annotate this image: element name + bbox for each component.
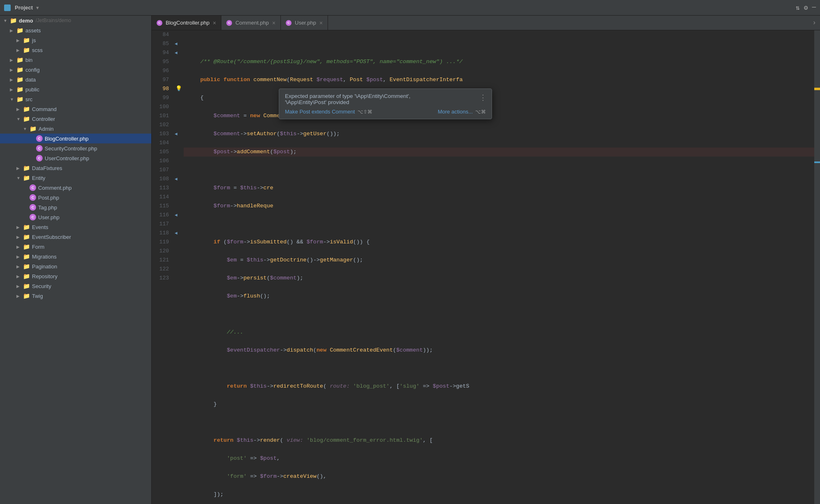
- sidebar-item-admin[interactable]: ▼ 📁 Admin: [0, 124, 151, 134]
- admin-arrow: ▼: [23, 127, 30, 131]
- indicator-info-line: [814, 161, 820, 163]
- main-layout: ▼ 📁 demo /JetBrains/demo ▶ 📁 assets ▶ 📁 …: [0, 16, 820, 504]
- code-line-103: if ($form->isSubmitted() && $form->isVal…: [184, 238, 814, 247]
- sidebar-item-commentfile[interactable]: C Comment.php: [0, 183, 151, 193]
- tooltip-action-link[interactable]: Make Post extends Comment: [285, 109, 355, 115]
- gutter-fold-108[interactable]: ◀: [175, 175, 178, 184]
- gutter-warning-98: 💡: [175, 84, 182, 93]
- sidebar-item-controller[interactable]: ▼ 📁 Controller: [0, 114, 151, 124]
- sidebar-item-entity[interactable]: ▼ 📁 Entity: [0, 173, 151, 183]
- tab-comment-close[interactable]: ×: [272, 20, 276, 26]
- code-line-116: }: [184, 400, 814, 409]
- code-line-121: ]);: [184, 490, 814, 499]
- public-folder-icon: 📁: [16, 86, 24, 93]
- sidebar-item-postfile[interactable]: C Post.php: [0, 193, 151, 202]
- tab-scroll-right[interactable]: ›: [809, 16, 820, 30]
- sidebar-item-pagination[interactable]: ▶ 📁 Pagination: [0, 261, 151, 271]
- migrations-arrow: ▶: [16, 254, 23, 259]
- sidebar-item-usercontroller[interactable]: C UserController.php: [0, 153, 151, 163]
- tab-comment[interactable]: C Comment.php ×: [221, 16, 281, 30]
- securitycontroller-file-icon: C: [36, 145, 43, 152]
- datafixtures-arrow: ▶: [16, 166, 23, 170]
- tooltip-more-link[interactable]: More actions...: [438, 109, 473, 115]
- security-folder-icon: 📁: [23, 283, 30, 289]
- title-bar-left: Project ▼: [4, 5, 40, 11]
- userfile-label: User.php: [38, 214, 59, 220]
- minimize-icon[interactable]: —: [812, 4, 816, 12]
- tab-blogcontroller-label: BlogController.php: [166, 20, 210, 26]
- sidebar-root-label: demo: [19, 18, 33, 24]
- sidebar-item-migrations[interactable]: ▶ 📁 Migrations: [0, 252, 151, 261]
- securitycontroller-label: SecurityController.php: [45, 145, 97, 152]
- gutter-fold-85[interactable]: ◀: [175, 39, 178, 48]
- line-numbers: 84 85 94 95 96 97 98 99 100 101 102 103 …: [152, 30, 174, 504]
- sidebar: ▼ 📁 demo /JetBrains/demo ▶ 📁 assets ▶ 📁 …: [0, 16, 152, 504]
- js-folder-icon: 📁: [23, 37, 30, 43]
- sidebar-item-blogcontroller[interactable]: C BlogController.php: [0, 134, 151, 143]
- src-label: src: [25, 96, 32, 102]
- tab-user-close[interactable]: ×: [319, 20, 323, 26]
- src-folder-icon: 📁: [16, 96, 24, 102]
- security-arrow: ▶: [16, 284, 23, 288]
- eventsubscriber-arrow: ▶: [16, 235, 23, 239]
- sidebar-item-events[interactable]: ▶ 📁 Events: [0, 222, 151, 232]
- tooltip-menu-dots[interactable]: ⋮: [479, 93, 487, 102]
- code-content[interactable]: /** @Route("/comment/{postSlug}/new", me…: [184, 30, 814, 504]
- datafixtures-folder-icon: 📁: [23, 165, 30, 171]
- blogcontroller-file-icon: C: [36, 135, 43, 142]
- config-folder-icon: 📁: [16, 66, 24, 73]
- migrations-label: Migrations: [32, 254, 57, 260]
- sidebar-item-datafixtures[interactable]: ▶ 📁 DataFixtures: [0, 163, 151, 173]
- tooltip-action-shortcut: ⌥⇧⌘: [358, 109, 372, 115]
- sidebar-item-bin[interactable]: ▶ 📁 bin: [0, 55, 151, 65]
- settings-icon[interactable]: ⚙: [804, 4, 808, 12]
- gutter-fold-118[interactable]: ◀: [175, 229, 178, 238]
- reorder-icon[interactable]: ⇅: [796, 4, 800, 12]
- postfile-label: Post.php: [38, 195, 59, 201]
- sidebar-root[interactable]: ▼ 📁 demo /JetBrains/demo: [0, 16, 151, 25]
- sidebar-item-src[interactable]: ▼ 📁 src: [0, 94, 151, 104]
- code-line-95: {: [184, 93, 814, 102]
- sidebar-item-config[interactable]: ▶ 📁 config: [0, 65, 151, 75]
- repository-arrow: ▶: [16, 274, 23, 279]
- sidebar-item-data[interactable]: ▶ 📁 data: [0, 75, 151, 84]
- tab-blogcontroller-close[interactable]: ×: [213, 20, 216, 26]
- sidebar-item-userfile[interactable]: C User.php: [0, 212, 151, 222]
- sidebar-item-assets[interactable]: ▶ 📁 assets: [0, 25, 151, 35]
- sidebar-item-securitycontroller[interactable]: C SecurityController.php: [0, 143, 151, 153]
- sidebar-item-tagfile[interactable]: C Tag.php: [0, 202, 151, 212]
- eventsubscriber-folder-icon: 📁: [23, 234, 30, 240]
- admin-folder-icon: 📁: [30, 125, 37, 132]
- tab-blogcontroller[interactable]: C BlogController.php ×: [152, 16, 221, 30]
- gutter-fold-116[interactable]: ◀: [175, 211, 178, 220]
- sidebar-item-twig[interactable]: ▶ 📁 Twig: [0, 291, 151, 301]
- sidebar-item-repository[interactable]: ▶ 📁 Repository: [0, 271, 151, 281]
- code-line-98: $post->addComment($post);: [184, 148, 814, 157]
- sidebar-item-form[interactable]: ▶ 📁 Form: [0, 242, 151, 252]
- sidebar-item-scss[interactable]: ▶ 📁 scss: [0, 45, 151, 55]
- code-line-108: //...: [184, 328, 814, 337]
- project-title[interactable]: Project: [15, 5, 33, 11]
- project-dropdown-icon[interactable]: ▼: [35, 5, 40, 10]
- code-line-84: [184, 39, 814, 48]
- command-folder-icon: 📁: [23, 106, 30, 112]
- gutter-fold-94[interactable]: ◀: [175, 48, 178, 57]
- right-indicators: [814, 30, 820, 504]
- pagination-arrow: ▶: [16, 264, 23, 269]
- postfile-icon: C: [30, 194, 36, 201]
- code-line-114: [184, 364, 814, 373]
- sidebar-item-public[interactable]: ▶ 📁 public: [0, 84, 151, 94]
- assets-folder-icon: 📁: [16, 27, 24, 34]
- events-arrow: ▶: [16, 225, 23, 229]
- tab-bar: C BlogController.php × C Comment.php × C…: [152, 16, 820, 30]
- sidebar-item-js[interactable]: ▶ 📁 js: [0, 35, 151, 45]
- gutter-fold-103[interactable]: ◀: [175, 129, 178, 138]
- sidebar-item-eventsubscriber[interactable]: ▶ 📁 EventSubscriber: [0, 232, 151, 242]
- config-label: config: [25, 67, 40, 73]
- code-line-100: $form = $this->cre: [184, 184, 814, 193]
- tab-user[interactable]: C User.php ×: [281, 16, 328, 30]
- sidebar-item-command[interactable]: ▶ 📁 Command: [0, 104, 151, 114]
- app-container: Project ▼ ⇅ ⚙ — ▼ 📁 demo /JetBrains/demo…: [0, 0, 820, 504]
- sidebar-item-security[interactable]: ▶ 📁 Security: [0, 281, 151, 291]
- code-line-102: [184, 220, 814, 229]
